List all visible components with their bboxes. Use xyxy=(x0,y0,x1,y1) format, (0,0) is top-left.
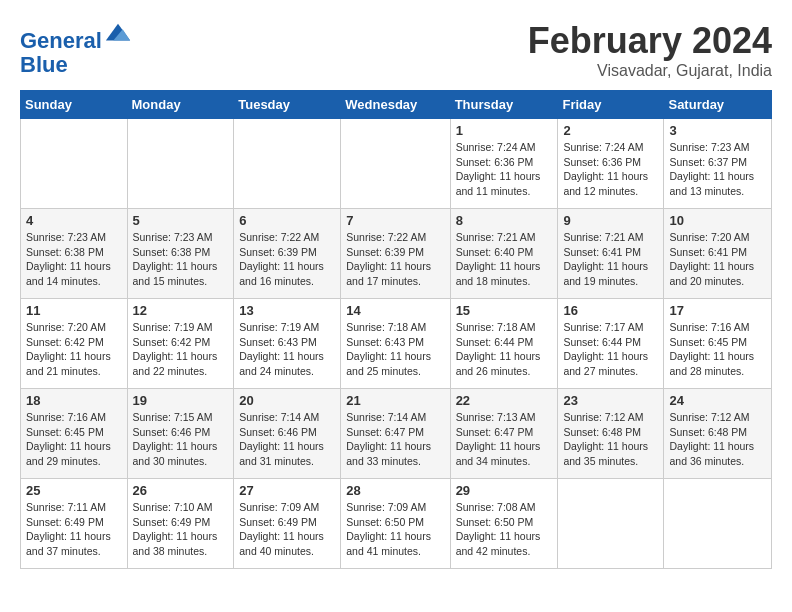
day-number: 5 xyxy=(133,213,229,228)
day-number: 4 xyxy=(26,213,122,228)
logo: General Blue xyxy=(20,20,132,77)
header-tuesday: Tuesday xyxy=(234,91,341,119)
page-header: General Blue February 2024 Visavadar, Gu… xyxy=(20,20,772,80)
month-title: February 2024 xyxy=(528,20,772,62)
calendar-cell: 25Sunrise: 7:11 AMSunset: 6:49 PMDayligh… xyxy=(21,479,128,569)
calendar-cell: 14Sunrise: 7:18 AMSunset: 6:43 PMDayligh… xyxy=(341,299,450,389)
header-monday: Monday xyxy=(127,91,234,119)
calendar-cell: 21Sunrise: 7:14 AMSunset: 6:47 PMDayligh… xyxy=(341,389,450,479)
day-info: Sunrise: 7:19 AMSunset: 6:42 PMDaylight:… xyxy=(133,320,229,379)
day-info: Sunrise: 7:15 AMSunset: 6:46 PMDaylight:… xyxy=(133,410,229,469)
calendar-cell: 24Sunrise: 7:12 AMSunset: 6:48 PMDayligh… xyxy=(664,389,772,479)
calendar-cell: 18Sunrise: 7:16 AMSunset: 6:45 PMDayligh… xyxy=(21,389,128,479)
calendar-cell xyxy=(664,479,772,569)
calendar-cell: 10Sunrise: 7:20 AMSunset: 6:41 PMDayligh… xyxy=(664,209,772,299)
day-info: Sunrise: 7:21 AMSunset: 6:41 PMDaylight:… xyxy=(563,230,658,289)
calendar-cell: 13Sunrise: 7:19 AMSunset: 6:43 PMDayligh… xyxy=(234,299,341,389)
calendar-cell: 16Sunrise: 7:17 AMSunset: 6:44 PMDayligh… xyxy=(558,299,664,389)
calendar-cell: 9Sunrise: 7:21 AMSunset: 6:41 PMDaylight… xyxy=(558,209,664,299)
day-number: 1 xyxy=(456,123,553,138)
calendar-cell: 12Sunrise: 7:19 AMSunset: 6:42 PMDayligh… xyxy=(127,299,234,389)
day-number: 14 xyxy=(346,303,444,318)
day-info: Sunrise: 7:09 AMSunset: 6:50 PMDaylight:… xyxy=(346,500,444,559)
day-number: 13 xyxy=(239,303,335,318)
day-info: Sunrise: 7:23 AMSunset: 6:38 PMDaylight:… xyxy=(26,230,122,289)
header-sunday: Sunday xyxy=(21,91,128,119)
day-info: Sunrise: 7:12 AMSunset: 6:48 PMDaylight:… xyxy=(669,410,766,469)
day-info: Sunrise: 7:13 AMSunset: 6:47 PMDaylight:… xyxy=(456,410,553,469)
day-number: 2 xyxy=(563,123,658,138)
calendar-cell xyxy=(127,119,234,209)
header-friday: Friday xyxy=(558,91,664,119)
calendar-cell: 15Sunrise: 7:18 AMSunset: 6:44 PMDayligh… xyxy=(450,299,558,389)
day-info: Sunrise: 7:23 AMSunset: 6:37 PMDaylight:… xyxy=(669,140,766,199)
day-info: Sunrise: 7:16 AMSunset: 6:45 PMDaylight:… xyxy=(669,320,766,379)
day-number: 22 xyxy=(456,393,553,408)
title-block: February 2024 Visavadar, Gujarat, India xyxy=(528,20,772,80)
day-number: 10 xyxy=(669,213,766,228)
day-number: 9 xyxy=(563,213,658,228)
day-number: 3 xyxy=(669,123,766,138)
day-info: Sunrise: 7:22 AMSunset: 6:39 PMDaylight:… xyxy=(346,230,444,289)
day-number: 23 xyxy=(563,393,658,408)
header-saturday: Saturday xyxy=(664,91,772,119)
calendar-cell: 29Sunrise: 7:08 AMSunset: 6:50 PMDayligh… xyxy=(450,479,558,569)
header-wednesday: Wednesday xyxy=(341,91,450,119)
calendar-cell: 26Sunrise: 7:10 AMSunset: 6:49 PMDayligh… xyxy=(127,479,234,569)
day-info: Sunrise: 7:08 AMSunset: 6:50 PMDaylight:… xyxy=(456,500,553,559)
day-number: 8 xyxy=(456,213,553,228)
day-number: 24 xyxy=(669,393,766,408)
day-info: Sunrise: 7:20 AMSunset: 6:41 PMDaylight:… xyxy=(669,230,766,289)
calendar-week-1: 1Sunrise: 7:24 AMSunset: 6:36 PMDaylight… xyxy=(21,119,772,209)
day-number: 20 xyxy=(239,393,335,408)
calendar-cell: 4Sunrise: 7:23 AMSunset: 6:38 PMDaylight… xyxy=(21,209,128,299)
calendar-week-2: 4Sunrise: 7:23 AMSunset: 6:38 PMDaylight… xyxy=(21,209,772,299)
calendar-cell: 3Sunrise: 7:23 AMSunset: 6:37 PMDaylight… xyxy=(664,119,772,209)
calendar-cell: 2Sunrise: 7:24 AMSunset: 6:36 PMDaylight… xyxy=(558,119,664,209)
day-info: Sunrise: 7:09 AMSunset: 6:49 PMDaylight:… xyxy=(239,500,335,559)
calendar-cell: 19Sunrise: 7:15 AMSunset: 6:46 PMDayligh… xyxy=(127,389,234,479)
calendar-week-5: 25Sunrise: 7:11 AMSunset: 6:49 PMDayligh… xyxy=(21,479,772,569)
calendar-cell: 8Sunrise: 7:21 AMSunset: 6:40 PMDaylight… xyxy=(450,209,558,299)
calendar-cell xyxy=(234,119,341,209)
day-number: 29 xyxy=(456,483,553,498)
calendar-cell: 22Sunrise: 7:13 AMSunset: 6:47 PMDayligh… xyxy=(450,389,558,479)
calendar-cell: 7Sunrise: 7:22 AMSunset: 6:39 PMDaylight… xyxy=(341,209,450,299)
day-info: Sunrise: 7:11 AMSunset: 6:49 PMDaylight:… xyxy=(26,500,122,559)
logo-text: General Blue xyxy=(20,20,132,77)
day-number: 18 xyxy=(26,393,122,408)
day-info: Sunrise: 7:24 AMSunset: 6:36 PMDaylight:… xyxy=(456,140,553,199)
calendar-cell: 23Sunrise: 7:12 AMSunset: 6:48 PMDayligh… xyxy=(558,389,664,479)
day-info: Sunrise: 7:14 AMSunset: 6:46 PMDaylight:… xyxy=(239,410,335,469)
calendar-cell: 27Sunrise: 7:09 AMSunset: 6:49 PMDayligh… xyxy=(234,479,341,569)
day-info: Sunrise: 7:20 AMSunset: 6:42 PMDaylight:… xyxy=(26,320,122,379)
day-number: 16 xyxy=(563,303,658,318)
day-number: 7 xyxy=(346,213,444,228)
day-info: Sunrise: 7:19 AMSunset: 6:43 PMDaylight:… xyxy=(239,320,335,379)
day-info: Sunrise: 7:10 AMSunset: 6:49 PMDaylight:… xyxy=(133,500,229,559)
day-number: 21 xyxy=(346,393,444,408)
calendar-cell: 28Sunrise: 7:09 AMSunset: 6:50 PMDayligh… xyxy=(341,479,450,569)
day-info: Sunrise: 7:14 AMSunset: 6:47 PMDaylight:… xyxy=(346,410,444,469)
day-number: 26 xyxy=(133,483,229,498)
calendar-cell: 17Sunrise: 7:16 AMSunset: 6:45 PMDayligh… xyxy=(664,299,772,389)
day-info: Sunrise: 7:18 AMSunset: 6:43 PMDaylight:… xyxy=(346,320,444,379)
day-info: Sunrise: 7:16 AMSunset: 6:45 PMDaylight:… xyxy=(26,410,122,469)
header-thursday: Thursday xyxy=(450,91,558,119)
header-row: Sunday Monday Tuesday Wednesday Thursday… xyxy=(21,91,772,119)
day-number: 28 xyxy=(346,483,444,498)
calendar-cell: 20Sunrise: 7:14 AMSunset: 6:46 PMDayligh… xyxy=(234,389,341,479)
calendar-header: Sunday Monday Tuesday Wednesday Thursday… xyxy=(21,91,772,119)
calendar-cell: 5Sunrise: 7:23 AMSunset: 6:38 PMDaylight… xyxy=(127,209,234,299)
day-number: 27 xyxy=(239,483,335,498)
calendar-week-3: 11Sunrise: 7:20 AMSunset: 6:42 PMDayligh… xyxy=(21,299,772,389)
calendar-cell xyxy=(558,479,664,569)
calendar-cell: 11Sunrise: 7:20 AMSunset: 6:42 PMDayligh… xyxy=(21,299,128,389)
day-number: 19 xyxy=(133,393,229,408)
day-number: 12 xyxy=(133,303,229,318)
day-info: Sunrise: 7:22 AMSunset: 6:39 PMDaylight:… xyxy=(239,230,335,289)
calendar-table: Sunday Monday Tuesday Wednesday Thursday… xyxy=(20,90,772,569)
logo-icon xyxy=(104,20,132,48)
day-number: 11 xyxy=(26,303,122,318)
day-info: Sunrise: 7:24 AMSunset: 6:36 PMDaylight:… xyxy=(563,140,658,199)
